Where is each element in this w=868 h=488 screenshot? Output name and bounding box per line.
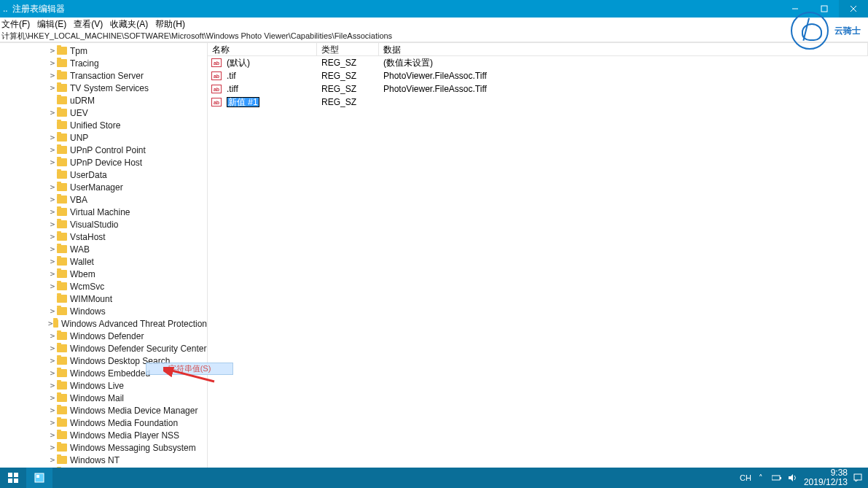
chevron-right-icon[interactable]: > <box>48 207 57 217</box>
tree-item[interactable]: >TV System Services <box>0 82 207 94</box>
value-row[interactable]: ab新值 #1REG_SZ <box>208 96 868 109</box>
chevron-right-icon[interactable]: > <box>48 306 57 316</box>
tree-item[interactable]: >Virtual Machine <box>0 206 207 218</box>
menu-edit[interactable]: 编辑(E) <box>37 18 66 31</box>
tree-item[interactable]: >Wbem <box>0 268 207 280</box>
tree-item[interactable]: >Windows Defender Security Center <box>0 342 207 355</box>
tree-item[interactable]: >Windows Advanced Threat Protection <box>0 317 207 330</box>
tree-item[interactable]: >Windows Mail <box>0 392 207 404</box>
volume-icon[interactable] <box>788 473 798 482</box>
menu-favorites[interactable]: 收藏夹(A) <box>110 18 148 31</box>
task-item-regedit[interactable] <box>26 468 52 488</box>
col-type[interactable]: 类型 <box>317 43 379 55</box>
tree-item[interactable]: >UPnP Control Point <box>0 144 207 156</box>
chevron-right-icon[interactable]: > <box>48 195 57 204</box>
menu-file[interactable]: 文件(F) <box>1 18 30 31</box>
tree-item[interactable]: >Windows Media Foundation <box>0 417 207 429</box>
language-indicator[interactable]: CH <box>740 473 750 482</box>
value-name[interactable]: 新值 #1 <box>225 96 317 109</box>
tree-item[interactable]: >Wallet <box>0 255 207 268</box>
tree-item[interactable]: >Windows Defender <box>0 330 207 342</box>
tree-item[interactable]: >Tpm <box>0 44 207 57</box>
chevron-right-icon[interactable]: > <box>48 356 57 365</box>
start-button[interactable] <box>0 468 26 488</box>
folder-icon <box>57 245 67 253</box>
chevron-right-icon[interactable]: > <box>48 269 57 279</box>
value-row[interactable]: ab(默认)REG_SZ(数值未设置) <box>208 56 868 69</box>
tree-item-label: Wbem <box>70 269 95 279</box>
tree-item-label: Wallet <box>70 257 94 267</box>
tree-item[interactable]: UserData <box>0 169 207 181</box>
tree-item-label: Windows Live <box>70 381 124 391</box>
folder-icon <box>57 195 67 204</box>
taskbar[interactable]: CH ˄ 9:38 2019/12/13 <box>0 468 868 488</box>
values-pane[interactable]: 名称 类型 数据 ab(默认)REG_SZ(数值未设置)ab.tifREG_SZ… <box>208 43 868 488</box>
tree-item[interactable]: >VstaHost <box>0 231 207 243</box>
taskbar-clock[interactable]: 9:38 2019/12/13 <box>804 468 848 487</box>
battery-icon[interactable] <box>772 474 782 481</box>
tree-item-label: Windows Embedded <box>70 368 150 379</box>
path-bar[interactable]: 计算机\HKEY_LOCAL_MACHINE\SOFTWARE\Microsof… <box>0 31 868 42</box>
chevron-right-icon[interactable]: > <box>48 46 57 55</box>
chevron-right-icon[interactable]: > <box>48 244 57 254</box>
chevron-right-icon[interactable]: > <box>48 182 57 192</box>
chevron-right-icon[interactable]: > <box>48 368 57 378</box>
context-menu-item[interactable]: 字符串值(S) <box>146 363 233 375</box>
tree-item[interactable]: >Windows Media Device Manager <box>0 404 207 417</box>
tree-item[interactable]: Unified Store <box>0 119 207 131</box>
chevron-right-icon[interactable]: > <box>48 418 57 427</box>
tree-item[interactable]: >Transaction Server <box>0 69 207 82</box>
menu-help[interactable]: 帮助(H) <box>155 18 185 31</box>
folder-icon <box>57 295 67 303</box>
tree-item[interactable]: >WAB <box>0 243 207 255</box>
tree-item[interactable]: >Windows NT <box>0 454 207 466</box>
value-row[interactable]: ab.tifREG_SZPhotoViewer.FileAssoc.Tiff <box>208 69 868 82</box>
tree-item[interactable]: >VisualStudio <box>0 218 207 231</box>
chevron-right-icon[interactable]: > <box>48 83 57 93</box>
chevron-right-icon[interactable]: > <box>48 282 57 291</box>
tree-item[interactable]: >UPnP Device Host <box>0 156 207 169</box>
value-row[interactable]: ab.tiffREG_SZPhotoViewer.FileAssoc.Tiff <box>208 82 868 96</box>
svg-rect-6 <box>14 473 18 477</box>
tree-item[interactable]: >Windows Live <box>0 379 207 392</box>
tree-item[interactable]: >Windows Messaging Subsystem <box>0 441 207 454</box>
chevron-right-icon[interactable]: > <box>48 381 57 390</box>
chevron-right-icon[interactable]: > <box>48 443 57 452</box>
tree-item[interactable]: >Windows <box>0 305 207 317</box>
chevron-right-icon[interactable]: > <box>48 393 57 403</box>
chevron-right-icon[interactable]: > <box>48 108 57 117</box>
chevron-right-icon[interactable]: > <box>48 232 57 241</box>
chevron-right-icon[interactable]: > <box>48 158 57 167</box>
folder-icon <box>57 59 67 67</box>
tree-item[interactable]: >VBA <box>0 193 207 206</box>
chevron-right-icon[interactable]: > <box>48 430 57 440</box>
chevron-right-icon[interactable]: > <box>48 133 57 142</box>
values-header[interactable]: 名称 类型 数据 <box>208 43 868 56</box>
chevron-right-icon[interactable]: > <box>48 319 53 328</box>
action-center-icon[interactable] <box>853 473 864 482</box>
chevron-right-icon[interactable]: > <box>48 145 57 155</box>
registry-tree[interactable]: >Tpm>Tracing>Transaction Server>TV Syste… <box>0 43 208 488</box>
folder-icon <box>57 47 67 55</box>
tree-item[interactable]: uDRM <box>0 94 207 106</box>
chevron-right-icon[interactable]: > <box>48 220 57 229</box>
chevron-right-icon[interactable]: > <box>48 257 57 266</box>
chevron-up-icon[interactable]: ˄ <box>756 473 766 483</box>
chevron-right-icon[interactable]: > <box>48 71 57 80</box>
chevron-right-icon[interactable]: > <box>48 455 57 465</box>
chevron-right-icon[interactable]: > <box>48 331 57 341</box>
tree-item[interactable]: >UNP <box>0 131 207 144</box>
tree-item[interactable]: WIMMount <box>0 293 207 305</box>
tree-item[interactable]: >WcmSvc <box>0 280 207 293</box>
menu-view[interactable]: 查看(V) <box>74 18 103 31</box>
tree-item[interactable]: >Windows Media Player NSS <box>0 429 207 441</box>
tree-item[interactable]: >UEV <box>0 106 207 119</box>
chevron-right-icon[interactable]: > <box>48 58 57 68</box>
col-name[interactable]: 名称 <box>208 43 317 55</box>
chevron-right-icon[interactable]: > <box>48 406 57 415</box>
value-type: REG_SZ <box>317 97 379 107</box>
clock-date: 2019/12/13 <box>804 478 848 487</box>
tree-item[interactable]: >UserManager <box>0 181 207 193</box>
chevron-right-icon[interactable]: > <box>48 344 57 353</box>
tree-item[interactable]: >Tracing <box>0 57 207 69</box>
